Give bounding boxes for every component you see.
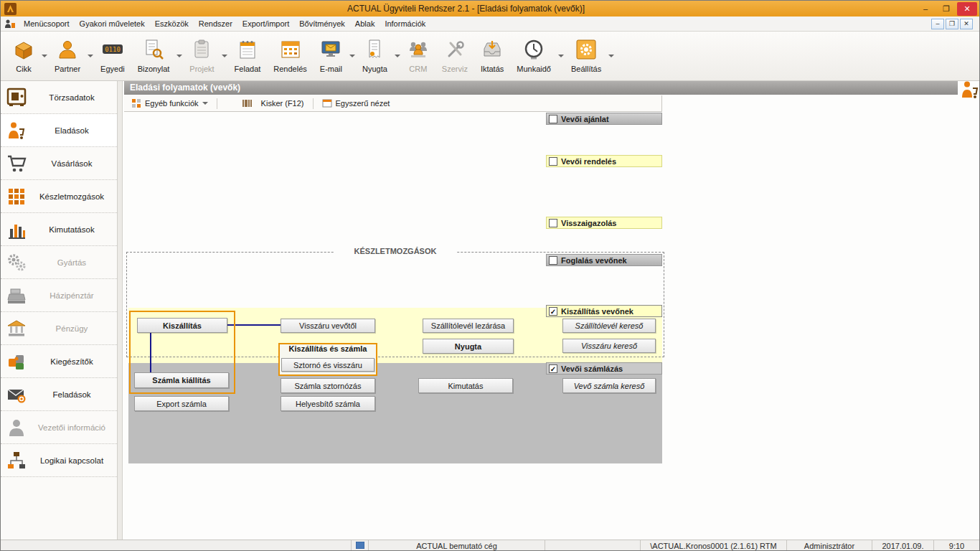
sztorno-es-visszaru-button[interactable]: Sztornó és visszáru xyxy=(281,358,374,372)
vevo-szamla-kereso-button[interactable]: Vevő számla kereső xyxy=(562,378,656,393)
sidebar-item-logikai-kapcsolat[interactable]: Logikai kapcsolat xyxy=(1,444,117,477)
toolbar-email-button[interactable]: E-mail xyxy=(314,34,349,78)
toolbar-rendeles-button[interactable]: Rendelés xyxy=(267,34,313,78)
simple-view-label: Egyszerű nézet xyxy=(336,99,390,108)
szallitolevel-kereso-button[interactable]: Szállítólevél kereső xyxy=(562,319,656,333)
email-dropdown-arrow[interactable] xyxy=(349,55,356,57)
nyugta-dropdown-arrow[interactable] xyxy=(394,55,401,57)
nyugta-button[interactable]: Nyugta xyxy=(423,339,514,354)
toolbar-crm-button[interactable]: CRM xyxy=(401,34,435,78)
barcode-icon[interactable] xyxy=(242,98,253,108)
visszaru-kereso-button[interactable]: Visszáru kereső xyxy=(562,339,656,353)
beallitas-dropdown-arrow[interactable] xyxy=(608,55,615,57)
close-button[interactable]: ✕ xyxy=(957,2,977,16)
checkbox[interactable] xyxy=(549,115,557,123)
checkbox-row-kiszallitas-vevonek[interactable]: ✓ Kiszállítás vevőnek xyxy=(546,305,662,317)
toolbar-munkaido-label: Munkaidő xyxy=(517,65,551,73)
toolbar-partner-button[interactable]: Partner xyxy=(48,34,87,78)
toolbar-szerviz-button[interactable]: Szerviz xyxy=(435,34,474,78)
menu-rendszer[interactable]: Rendszer xyxy=(194,17,237,30)
application-window: ACTUAL Ügyviteli Rendszer 2.1 - [Eladási… xyxy=(0,0,980,551)
sidebar-item-torzsadatok[interactable]: Törzsadatok xyxy=(1,81,117,114)
sidebar-item-eladasok[interactable]: Eladások xyxy=(1,114,117,147)
minimize-button[interactable]: – xyxy=(915,2,936,16)
toolbar-nyugta-button[interactable]: Nyugta xyxy=(356,34,394,78)
toolbar-egyedi-button[interactable]: 0110 Egyedi xyxy=(94,34,131,78)
checkbox-label: Vevői ajánlat xyxy=(561,115,609,123)
toolbar-feladat-label: Feladat xyxy=(235,65,261,73)
checkbox-row-vevoi-szamlazas[interactable]: ✓ Vevői számlázás xyxy=(546,362,662,375)
cikk-dropdown-arrow[interactable] xyxy=(41,55,48,57)
checkbox[interactable] xyxy=(549,219,557,227)
flow-connector-horizontal xyxy=(227,324,281,326)
helyesbito-szamla-button[interactable]: Helyesbítő számla xyxy=(281,396,375,411)
other-functions-button[interactable]: Egyéb funkciók xyxy=(128,97,211,110)
szallitolevel-lezarasa-button[interactable]: Szállítólevél lezárása xyxy=(423,319,514,333)
menu-export-import[interactable]: Export/import xyxy=(237,17,294,30)
sidebar-item-kiegeszitok[interactable]: Kiegészítők xyxy=(1,345,117,378)
szamla-sztornozas-button[interactable]: Számla sztornózás xyxy=(281,378,375,393)
toolbar-separator xyxy=(217,98,217,109)
sidebar-splitter[interactable] xyxy=(118,81,123,540)
projekt-dropdown-arrow[interactable] xyxy=(221,55,228,57)
functions-grid-icon xyxy=(131,98,141,108)
toolbar-nyugta-label: Nyugta xyxy=(362,65,387,73)
toolbar-munkaido-button[interactable]: Munkaidő xyxy=(510,34,557,78)
delivery-and-invoice-label: Kiszállítás és számla xyxy=(280,344,376,353)
sidebar-item-keszletmozgasok[interactable]: Készletmozgások xyxy=(1,180,117,213)
status-connection: \ACTUAL.Kronos0001 (2.1.61) RTM xyxy=(640,540,786,551)
sidebar-item-kimutatasok[interactable]: Kimutatások xyxy=(1,213,117,246)
checkbox[interactable] xyxy=(549,157,557,166)
menu-ablak[interactable]: Ablak xyxy=(350,17,380,30)
checkbox-row-foglalas-vevonek[interactable]: Foglalás vevőnek xyxy=(546,254,662,266)
sidebar-item-gyartas[interactable]: Gyártás xyxy=(1,246,117,279)
sidebar-item-vasarlasok[interactable]: Vásárlások xyxy=(1,147,117,180)
toolbar-iktatas-button[interactable]: Iktatás xyxy=(474,34,510,78)
mdi-close-button[interactable]: ✕ xyxy=(960,19,973,29)
menu-gyakori-muveletek[interactable]: Gyakori műveletek xyxy=(75,17,150,30)
mdi-minimize-button[interactable]: – xyxy=(931,19,944,29)
order-calendar-icon xyxy=(280,39,301,63)
export-szamla-button[interactable]: Export számla xyxy=(134,396,229,411)
checkbox-row-vevoi-rendeles[interactable]: Vevői rendelés xyxy=(546,155,662,167)
toolbar-bizonylat-button[interactable]: Bizonylat xyxy=(131,34,176,78)
toolbar-beallitas-label: Beállítás xyxy=(571,65,601,73)
checkbox-label: Visszaigazolás xyxy=(561,219,616,227)
toolbar-cikk-button[interactable]: Cikk xyxy=(6,34,41,78)
kisker-button[interactable]: Kisker (F12) xyxy=(258,98,307,109)
munkaido-dropdown-arrow[interactable] xyxy=(557,55,565,57)
sidebar-item-hazipenztar[interactable]: Házipénztár xyxy=(1,279,117,312)
menu-bovitmenyek[interactable]: Bővítmények xyxy=(294,17,350,30)
archive-inbox-icon xyxy=(481,39,503,63)
checkbox-row-visszaigazolas[interactable]: Visszaigazolás xyxy=(546,217,662,229)
kiszallitas-button[interactable]: Kiszállítás xyxy=(137,318,227,333)
maximize-button[interactable]: ❐ xyxy=(936,2,956,16)
bizonylat-dropdown-arrow[interactable] xyxy=(176,55,183,57)
toolbar-email-label: E-mail xyxy=(320,65,342,73)
mdi-window-controls: – ❐ ✕ xyxy=(931,19,976,29)
toolbar-beallitas-button[interactable]: Beállítás xyxy=(565,34,608,78)
simple-view-button[interactable]: Egyszerű nézet xyxy=(319,97,393,110)
szamla-kiallitas-button[interactable]: Számla kiállítás xyxy=(134,372,229,388)
chevron-down-icon xyxy=(176,55,182,57)
sidebar-item-feladasok[interactable]: Feladások xyxy=(1,378,117,411)
kimutatas-button[interactable]: Kimutatás xyxy=(418,378,513,393)
sidebar-label: Eladások xyxy=(32,126,111,135)
document-search-icon xyxy=(143,39,164,63)
puzzle-icon xyxy=(6,352,28,372)
checkbox[interactable]: ✓ xyxy=(549,364,557,373)
mdi-restore-button[interactable]: ❐ xyxy=(946,19,958,29)
status-user: Adminisztrátor xyxy=(786,540,872,551)
visszaru-vevotol-button[interactable]: Visszáru vevőtől xyxy=(281,319,375,333)
toolbar-feladat-button[interactable]: Feladat xyxy=(228,34,268,78)
checkbox-row-vevoi-ajanlat[interactable]: Vevői ajánlat xyxy=(546,113,662,125)
menu-eszkozok[interactable]: Eszközök xyxy=(150,17,194,30)
menu-informaciok[interactable]: Információk xyxy=(380,17,430,30)
partner-dropdown-arrow[interactable] xyxy=(87,55,94,57)
sidebar-item-vezetoi-informacio[interactable]: Vezetői információ xyxy=(1,411,117,444)
checkbox[interactable]: ✓ xyxy=(549,307,557,316)
sidebar-item-penzugy[interactable]: Pénzügy xyxy=(1,312,117,345)
checkbox[interactable] xyxy=(549,256,557,265)
menu-menucsoport[interactable]: Menücsoport xyxy=(19,17,75,30)
toolbar-projekt-button[interactable]: Projekt xyxy=(183,34,220,78)
